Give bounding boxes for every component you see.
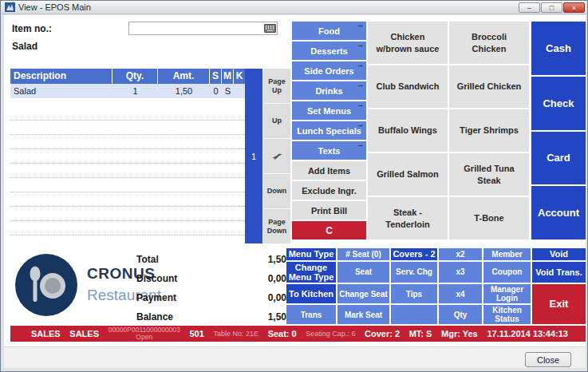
item-no-label: Item no.: — [12, 23, 52, 34]
seat-button[interactable]: Seat — [337, 262, 389, 283]
no-edit-button[interactable] — [263, 139, 290, 173]
change-menu-type-button[interactable]: Change Menu Type — [286, 262, 336, 283]
mark-seat-button[interactable]: Mark Seat — [337, 305, 389, 324]
close-button[interactable]: Close — [525, 352, 571, 367]
category-column: Food → Desserts → Side Orders → Drinks →… — [292, 22, 366, 239]
x4-button[interactable]: x4 — [439, 284, 482, 303]
exit-button[interactable]: Exit — [532, 284, 586, 324]
member-button[interactable]: Member — [483, 248, 531, 260]
payment-label: Payment — [136, 292, 176, 303]
app-icon — [5, 2, 15, 12]
close-window-button[interactable]: × — [563, 2, 585, 13]
submenu-arrow-icon: → — [357, 121, 364, 129]
status-mode: SALES — [69, 329, 99, 338]
x2-button[interactable]: x2 — [439, 248, 482, 260]
cash-button[interactable]: Cash — [531, 22, 586, 75]
spoon-icon — [30, 267, 41, 282]
maximize-button[interactable]: □ — [541, 2, 562, 13]
category-side-orders[interactable]: Side Orders → — [292, 61, 366, 80]
menu-item-steak-tenderloin[interactable]: Steak - Tenderloin — [368, 197, 448, 239]
table-row[interactable]: Salad 1 1,50 0 S — [10, 84, 245, 98]
void-trans-button[interactable]: Void Trans. — [532, 262, 586, 283]
qty-button[interactable]: Qty — [439, 305, 482, 324]
menu-item-grilled-salmon[interactable]: Grilled Salmon — [368, 153, 448, 196]
status-seat: Seat: 0 — [268, 329, 297, 338]
up-button[interactable]: Up — [263, 104, 290, 138]
category-food[interactable]: Food → — [292, 22, 366, 40]
menu-item-grid: Chicken w/brown sauce Broccoli Chicken C… — [368, 22, 529, 239]
status-receipt: 00000P0011000000003 Open — [109, 326, 180, 342]
col-s: S — [210, 69, 222, 84]
menu-item-club-sandwich[interactable]: Club Sandwich — [368, 65, 448, 108]
payment-row: Payment 0,00 — [136, 288, 286, 307]
covers-button[interactable]: Covers - 2 — [391, 248, 437, 260]
clear-button[interactable]: C — [292, 221, 366, 239]
balance-row: Balance 1,50 — [136, 307, 286, 326]
serv-chg-button[interactable]: Serv. Chg — [391, 262, 437, 283]
category-texts[interactable]: Texts → — [292, 141, 366, 160]
title-bar: View - EPOS Main – □ × — [2, 1, 586, 14]
void-button[interactable]: Void — [532, 248, 586, 260]
tips-button[interactable]: Tips — [391, 284, 437, 303]
exclude-ingr-button[interactable]: Exclude Ingr. — [292, 181, 366, 200]
balance-value: 1,50 — [268, 311, 286, 323]
discount-row: Discount 0,00 — [136, 269, 286, 288]
menu-item-grilled-chicken[interactable]: Grilled Chicken — [449, 65, 529, 108]
status-table: Table No: 21E — [213, 330, 258, 338]
seat-count-button[interactable]: # Seat (0) — [337, 248, 389, 260]
card-button[interactable]: Card — [531, 132, 586, 185]
status-mt: MT: S — [409, 329, 432, 338]
category-desserts[interactable]: Desserts → — [292, 42, 366, 60]
cell-m: S — [222, 84, 234, 98]
category-set-menus[interactable]: Set Menus → — [292, 101, 366, 120]
coupon-button[interactable]: Coupon — [483, 262, 531, 283]
payment-column: Cash Check Card Account — [531, 22, 586, 239]
account-button[interactable]: Account — [531, 186, 586, 239]
manager-login-button[interactable]: Manager Login — [483, 284, 531, 303]
menu-type-button[interactable]: Menu Type — [286, 248, 336, 260]
trans-button[interactable]: Trans — [286, 305, 336, 324]
check-button[interactable]: Check — [531, 77, 586, 130]
cell-description: Salad — [10, 84, 112, 98]
menu-item-chicken-brown-sauce[interactable]: Chicken w/brown sauce — [368, 22, 448, 64]
col-m: M — [222, 69, 234, 84]
add-items-button[interactable]: Add Items — [292, 161, 366, 180]
pen-slash-icon — [271, 150, 283, 162]
minimize-button[interactable]: – — [519, 2, 540, 13]
status-seating-cap: Seating Cap.: 6 — [306, 330, 355, 338]
status-bar: SALES SALES 00000P0011000000003 Open 501… — [10, 326, 586, 342]
submenu-arrow-icon: → — [357, 22, 364, 29]
menu-item-grilled-tuna-steak[interactable]: Grilled Tuna Steak — [449, 153, 529, 196]
status-register: SALES — [31, 329, 61, 338]
col-k: K — [234, 69, 245, 84]
category-label: Desserts — [310, 46, 347, 56]
discount-value: 0,00 — [268, 273, 286, 284]
col-description: Description — [10, 69, 112, 84]
item-no-input[interactable] — [129, 23, 264, 34]
payment-value: 0,00 — [268, 292, 286, 303]
cell-amt: 1,50 — [158, 84, 210, 98]
total-label: Total — [136, 254, 159, 265]
kitchen-status-button[interactable]: Kitchen Status — [483, 305, 531, 324]
page-up-button[interactable]: Page Up — [263, 69, 290, 103]
page-down-button[interactable]: Page Down — [263, 209, 290, 243]
submenu-arrow-icon: → — [357, 61, 364, 69]
print-bill-button[interactable]: Print Bill — [292, 201, 366, 220]
menu-item-buffalo-wings[interactable]: Buffalo Wings — [368, 109, 448, 152]
keyboard-icon[interactable] — [264, 24, 276, 33]
restaurant-logo — [15, 254, 77, 319]
window-border — [1, 368, 587, 371]
category-drinks[interactable]: Drinks → — [292, 81, 366, 100]
change-seat-button[interactable]: Change Seat — [337, 284, 389, 303]
down-button[interactable]: Down — [263, 174, 290, 208]
menu-item-t-bone[interactable]: T-Bone — [449, 197, 529, 239]
order-table-header: Description Qty. Amt. S M K — [10, 69, 245, 84]
x3-button[interactable]: x3 — [439, 262, 482, 283]
to-kitchen-button[interactable]: To Kitchen — [286, 284, 336, 303]
blank-button[interactable] — [391, 305, 437, 324]
menu-item-tiger-shrimps[interactable]: Tiger Shrimps — [449, 109, 529, 152]
menu-item-broccoli-chicken[interactable]: Broccoli Chicken — [449, 22, 529, 64]
discount-label: Discount — [136, 273, 177, 284]
submenu-arrow-icon: → — [357, 101, 364, 109]
category-lunch-specials[interactable]: Lunch Specials → — [292, 121, 366, 140]
